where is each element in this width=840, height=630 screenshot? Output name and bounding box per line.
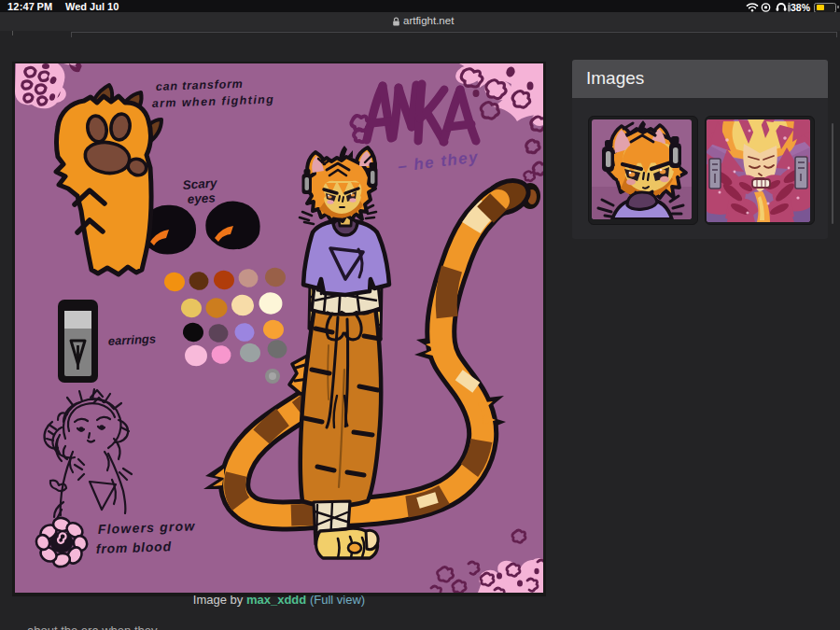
svg-text:Scary: Scary: [182, 175, 218, 192]
svg-text:earrings: earrings: [107, 331, 156, 348]
svg-text:from blood: from blood: [96, 539, 173, 556]
svg-text:eyes: eyes: [187, 190, 216, 206]
